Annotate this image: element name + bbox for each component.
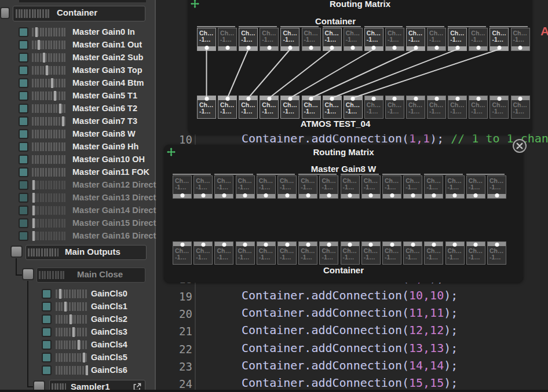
module-meter[interactable]: [32, 181, 67, 189]
matrix-channel-cell[interactable]: Ch…-1…: [445, 241, 465, 265]
module-checkbox[interactable]: [42, 302, 52, 312]
matrix-channel-cell[interactable]: Ch…-1…: [319, 175, 338, 199]
module-meter[interactable]: [32, 117, 67, 126]
matrix-channel-cell[interactable]: Ch…-1…: [445, 175, 465, 199]
main-outputs-toggle[interactable]: [10, 246, 23, 258]
matrix-channel-cell[interactable]: Ch…-1…: [469, 96, 488, 119]
connection-port[interactable]: [201, 243, 205, 247]
connection-port[interactable]: [309, 46, 313, 50]
module-checkbox[interactable]: [19, 206, 28, 215]
matrix-channel-cell[interactable]: Ch…-1…: [197, 28, 216, 51]
connection-port[interactable]: [180, 193, 184, 197]
connection-port[interactable]: [434, 46, 439, 50]
matrix-channel-cell[interactable]: Ch…-1…: [197, 96, 216, 119]
connection-port[interactable]: [414, 97, 418, 101]
connection-port[interactable]: [393, 97, 397, 101]
connection-port[interactable]: [474, 243, 478, 247]
matrix-channel-cell[interactable]: Ch…-1…: [489, 96, 509, 119]
matrix-channel-cell[interactable]: Ch…-1…: [448, 96, 467, 119]
module-meter[interactable]: [56, 340, 87, 349]
connection-port[interactable]: [369, 193, 373, 197]
matrix-channel-cell[interactable]: Ch…-1…: [218, 96, 237, 119]
matrix-channel-cell[interactable]: Ch…-1…: [236, 241, 255, 265]
matrix-channel-cell[interactable]: Ch…-1…: [260, 96, 279, 119]
module-checkbox[interactable]: [19, 142, 28, 152]
matrix-channel-cell[interactable]: Ch…-1…: [302, 28, 321, 51]
connection-port[interactable]: [495, 193, 499, 197]
matrix-channel-cell[interactable]: Ch…-1…: [487, 175, 506, 199]
module-checkbox[interactable]: [19, 27, 28, 37]
matrix-channel-cell[interactable]: Ch…-1…: [319, 241, 338, 265]
matrix-channel-cell[interactable]: Ch…-1…: [427, 28, 446, 51]
connection-port[interactable]: [306, 243, 310, 247]
connection-port[interactable]: [330, 46, 334, 50]
module-meter[interactable]: [32, 232, 67, 240]
module-checkbox[interactable]: [19, 155, 28, 164]
connection-port[interactable]: [411, 193, 415, 197]
connection-port[interactable]: [285, 243, 289, 247]
connection-port[interactable]: [518, 46, 523, 50]
module-meter[interactable]: [56, 353, 87, 362]
matrix-channel-cell[interactable]: Ch…-1…: [424, 175, 443, 199]
matrix-channel-cell[interactable]: Ch…-1…: [511, 28, 530, 51]
matrix-channel-cell[interactable]: Ch…-1…: [260, 28, 279, 51]
connection-port[interactable]: [390, 243, 394, 247]
connection-port[interactable]: [434, 97, 439, 101]
container-meter[interactable]: [16, 9, 49, 18]
connection-port[interactable]: [476, 97, 480, 101]
connection-port[interactable]: [330, 97, 334, 101]
module-meter[interactable]: [32, 79, 67, 87]
connection-port[interactable]: [372, 46, 376, 50]
connection-port[interactable]: [327, 243, 331, 247]
module-checkbox[interactable]: [19, 116, 28, 126]
module-meter[interactable]: [32, 28, 67, 36]
matrix-channel-cell[interactable]: Ch…-1…: [257, 175, 276, 199]
module-checkbox[interactable]: [42, 365, 52, 375]
module-checkbox[interactable]: [42, 327, 52, 337]
connection-port[interactable]: [453, 193, 457, 197]
connection-port[interactable]: [288, 97, 292, 101]
matrix-channel-cell[interactable]: Ch…-1…: [323, 28, 342, 51]
module-meter[interactable]: [32, 206, 67, 215]
connection-port[interactable]: [476, 46, 480, 50]
matrix-channel-cell[interactable]: Ch…-1…: [214, 175, 233, 199]
connection-port[interactable]: [288, 46, 292, 50]
connection-port[interactable]: [432, 193, 436, 197]
matrix-channel-cell[interactable]: Ch…-1…: [344, 96, 363, 119]
connection-port[interactable]: [351, 97, 355, 101]
matrix-channel-cell[interactable]: Ch…-1…: [323, 96, 342, 119]
connection-port[interactable]: [180, 243, 184, 247]
module-meter[interactable]: [32, 219, 67, 228]
matrix-channel-cell[interactable]: Ch…-1…: [406, 28, 425, 51]
module-meter[interactable]: [32, 155, 67, 164]
module-meter[interactable]: [56, 315, 87, 324]
matrix-channel-cell[interactable]: Ch…-1…: [218, 28, 237, 51]
module-checkbox[interactable]: [19, 53, 28, 63]
connection-port[interactable]: [264, 243, 268, 247]
module-meter[interactable]: [56, 290, 87, 298]
matrix-channel-cell[interactable]: Ch…-1…: [302, 96, 321, 119]
matrix-channel-cell[interactable]: Ch…-1…: [298, 241, 317, 265]
main-outputs-meter[interactable]: [28, 248, 59, 257]
main-close-toggle[interactable]: [22, 268, 34, 280]
module-checkbox[interactable]: [42, 289, 52, 299]
module-meter[interactable]: [32, 193, 67, 202]
connection-port[interactable]: [204, 46, 209, 50]
connection-port[interactable]: [432, 243, 436, 247]
connection-port[interactable]: [495, 243, 499, 247]
connection-port[interactable]: [243, 193, 247, 197]
module-checkbox[interactable]: [19, 91, 28, 101]
connection-port[interactable]: [246, 97, 250, 101]
module-meter[interactable]: [32, 168, 67, 177]
connection-port[interactable]: [222, 193, 226, 197]
connection-port[interactable]: [455, 46, 459, 50]
connection-port[interactable]: [474, 193, 478, 197]
connection-port[interactable]: [393, 46, 397, 50]
matrix-channel-cell[interactable]: Ch…-1…: [487, 241, 506, 265]
module-checkbox[interactable]: [19, 180, 28, 190]
module-meter[interactable]: [56, 328, 87, 336]
module-checkbox[interactable]: [19, 40, 28, 50]
module-meter[interactable]: [32, 53, 67, 62]
matrix-channel-cell[interactable]: Ch…-1…: [280, 96, 299, 119]
connection-port[interactable]: [414, 46, 418, 50]
